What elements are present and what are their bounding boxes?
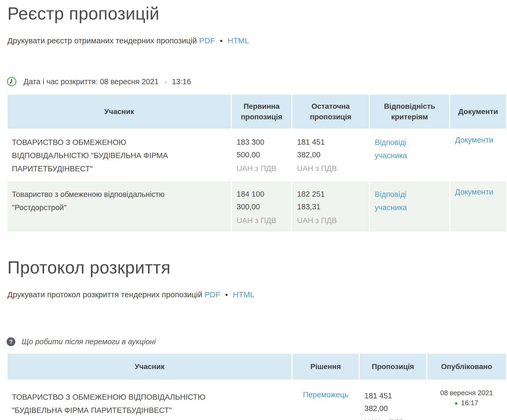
question-mark-icon[interactable]: ? [7, 337, 15, 346]
initial-bid-amount: 184 100300,00 [237, 188, 287, 213]
protocol-print-line: Друкувати протокол розкриття тендерних п… [7, 289, 507, 300]
header-criteria: Відповідність критеріям [370, 95, 449, 129]
published-time-line: 16:17 [432, 398, 501, 408]
disclosure-date-row: Дата і час розкриття: 08 вересня 2021 · … [7, 77, 507, 87]
disclosure-time: 13:16 [172, 77, 191, 86]
green-dot-icon [455, 402, 457, 405]
protocol-pdf-link[interactable]: PDF [204, 290, 220, 299]
register-print-line: Друкувати реєстр отриманих тендерних про… [7, 35, 507, 46]
register-table: Учасник Первинна пропозиція Остаточна пр… [7, 94, 507, 232]
final-bid-currency: UAH з ПДВ [297, 215, 364, 226]
protocol-table: Учасник Рішення Пропозиція Опубліковано … [7, 353, 507, 420]
final-bid-amount: 181 451382,00 [297, 136, 364, 161]
protocol-table-header-row: Учасник Рішення Пропозиція Опубліковано [8, 354, 506, 380]
final-bid-amount: 182 251183,31 [297, 188, 364, 213]
decision-cell: Переможець [293, 380, 359, 420]
disclosure-label: Дата і час розкриття: [24, 77, 98, 86]
bullet-separator-icon: ● [225, 289, 228, 300]
header-bid: Пропозиція [360, 354, 426, 380]
auction-help-link[interactable]: Що робити після перемоги в аукціоні [22, 337, 156, 346]
table-row: Товариство з обмеженою відповідальністю"… [8, 181, 506, 232]
disclosure-date: 08 вересня 2021 [100, 77, 159, 86]
criteria-cell: Відповідіучасника [370, 129, 449, 181]
register-title: Реєстр пропозицій [7, 4, 507, 23]
participant-name: ТОВАРИСТВО З ОБМЕЖЕНОЮ ВІДПОВІДАЛЬНІСТЮ"… [8, 380, 292, 420]
published-cell: 08 вересня 2021 16:17 [427, 380, 506, 420]
initial-bid-amount: 183 300500,00 [237, 136, 287, 161]
initial-bid-cell: 184 100300,00 UAH з ПДВ [232, 181, 291, 232]
published-date: 08 вересня 2021 [432, 388, 501, 398]
initial-bid-currency: UAH з ПДВ [237, 215, 287, 226]
auction-help-row[interactable]: ? Що робити після перемоги в аукціоні [7, 337, 507, 346]
header-decision: Рішення [293, 354, 359, 380]
documents-cell: Документи [450, 181, 506, 232]
register-html-link[interactable]: HTML [228, 36, 249, 45]
published-time: 16:17 [461, 399, 478, 407]
header-initial-bid: Первинна пропозиція [232, 95, 291, 129]
protocol-html-link[interactable]: HTML [233, 290, 255, 299]
criteria-cell: Відповідіучасника [370, 181, 449, 232]
register-print-label: Друкувати реєстр отриманих тендерних про… [7, 36, 197, 45]
bid-cell: 181 451382,00 UAH з ПДВ [360, 380, 426, 420]
documents-cell: Документи [450, 129, 506, 181]
register-pdf-link[interactable]: PDF [199, 36, 215, 45]
winner-link[interactable]: Переможець [303, 390, 348, 399]
protocol-title: Протокол розкриття [7, 258, 507, 277]
participant-name: ТОВАРИСТВО З ОБМЕЖЕНОЮВІДПОВІДАЛЬНІСТЮ "… [8, 129, 231, 181]
initial-bid-cell: 183 300500,00 UAH з ПДВ [232, 129, 291, 181]
participant-answers-link[interactable]: Відповідіучасника [375, 188, 407, 214]
documents-link[interactable]: Документи [455, 188, 493, 196]
header-participant: Учасник [8, 95, 231, 129]
header-published: Опубліковано [427, 354, 506, 380]
documents-link[interactable]: Документи [455, 136, 493, 144]
bullet-separator-icon: ● [220, 35, 223, 46]
final-bid-cell: 181 451382,00 UAH з ПДВ [292, 129, 369, 181]
table-row: ТОВАРИСТВО З ОБМЕЖЕНОЮ ВІДПОВІДАЛЬНІСТЮ"… [8, 380, 506, 420]
final-bid-cell: 182 251183,31 UAH з ПДВ [292, 181, 369, 232]
participant-name: Товариство з обмеженою відповідальністю"… [8, 181, 231, 232]
header-participant: Учасник [8, 354, 292, 380]
initial-bid-currency: UAH з ПДВ [237, 163, 287, 174]
header-final-bid: Остаточна пропозиція [292, 95, 369, 129]
table-row: ТОВАРИСТВО З ОБМЕЖЕНОЮВІДПОВІДАЛЬНІСТЮ "… [8, 129, 506, 181]
final-bid-currency: UAH з ПДВ [297, 163, 364, 174]
bid-amount: 181 451382,00 [364, 389, 421, 415]
date-time-dot-icon: · [165, 77, 167, 86]
header-documents: Документи [450, 95, 506, 129]
bid-currency: UAH з ПДВ [364, 416, 421, 420]
participant-answers-link[interactable]: Відповідіучасника [375, 136, 407, 162]
clock-icon [7, 77, 17, 87]
register-table-header-row: Учасник Первинна пропозиція Остаточна пр… [8, 95, 506, 129]
tender-page: Реєстр пропозицій Друкувати реєстр отрим… [0, 0, 507, 420]
protocol-print-label: Друкувати протокол розкриття тендерних п… [7, 290, 202, 299]
